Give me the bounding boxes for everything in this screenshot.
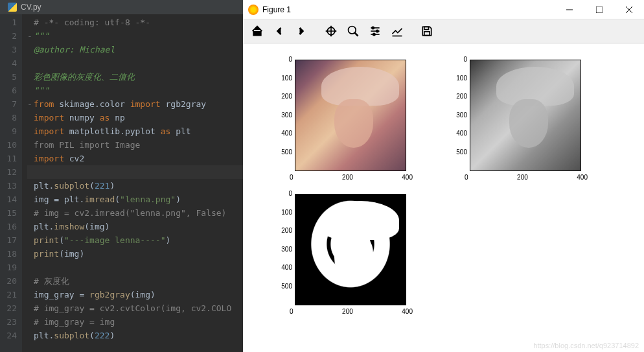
back-button[interactable] (270, 22, 288, 40)
subplot-223-binary: 0100200300400500 0200400 (295, 194, 406, 305)
home-button[interactable] (248, 22, 266, 40)
close-button[interactable] (614, 0, 644, 19)
subplot-221-color: 0100200300400500 0200400 (295, 60, 406, 171)
svg-point-11 (373, 33, 375, 35)
editor-tab[interactable]: CV.py (0, 0, 243, 14)
maximize-button[interactable] (584, 0, 614, 19)
line-number-gutter: 123456789101112131415161718192021222324 (0, 14, 22, 352)
edit-axis-button[interactable] (388, 22, 406, 40)
subplot-222-gray: 0100200300400500 0200400 (470, 60, 581, 171)
plot-area: 0100200300400500 0200400 010020030040050… (243, 43, 644, 352)
svg-rect-12 (424, 27, 429, 29)
svg-point-10 (376, 30, 378, 32)
svg-point-4 (349, 27, 356, 34)
tab-filename: CV.py (21, 3, 41, 12)
zoom-button[interactable] (344, 22, 362, 40)
forward-button[interactable] (292, 22, 310, 40)
code-area[interactable]: 123456789101112131415161718192021222324 … (0, 14, 243, 352)
svg-line-5 (355, 33, 358, 36)
svg-rect-13 (424, 32, 430, 36)
pan-button[interactable] (322, 22, 340, 40)
svg-rect-1 (596, 6, 603, 13)
minimize-button[interactable] (555, 0, 584, 19)
configure-button[interactable] (366, 22, 384, 40)
window-title: Figure 1 (262, 5, 291, 14)
code-editor-pane: CV.py 1234567891011121314151617181920212… (0, 0, 243, 352)
code-content[interactable]: # -*- coding: utf-8 -*--""" @author: Mic… (22, 14, 243, 352)
save-button[interactable] (418, 22, 436, 40)
python-icon (8, 3, 17, 12)
window-title-bar: Figure 1 (243, 0, 644, 19)
window-controls (555, 0, 644, 19)
window-icon (248, 5, 259, 15)
watermark-text: https://blog.csdn.net/q923714892 (533, 342, 639, 349)
figure-toolbar (243, 19, 644, 43)
svg-point-9 (372, 27, 374, 29)
matplotlib-figure-window: Figure 1 0100200300400500 0200400 010020… (243, 0, 644, 352)
